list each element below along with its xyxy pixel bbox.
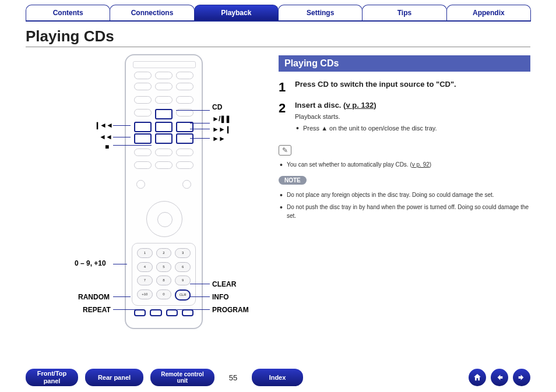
label-random: RANDOM xyxy=(78,293,110,301)
nav-home-button[interactable] xyxy=(469,369,486,386)
step-2-bullet: Press ▲ on the unit to open/close the di… xyxy=(295,123,530,133)
remote-keypad: 123 456 789 +100CLR xyxy=(132,243,196,306)
section-subheading: Playing CDs xyxy=(279,55,530,72)
remote-outline: 123 456 789 +100CLR xyxy=(125,54,203,329)
nav-prev-button[interactable] xyxy=(491,369,508,386)
link-p92[interactable]: v p. 92 xyxy=(412,161,430,168)
step-1: 1 Press CD to switch the input source to… xyxy=(279,80,530,95)
tab-playback[interactable]: Playback xyxy=(194,5,279,22)
note-label: NOTE xyxy=(279,176,307,185)
note-item-2: Do not push the disc tray in by hand whe… xyxy=(279,203,530,220)
auto-play-note: You can set whether to automatically pla… xyxy=(279,160,530,169)
step-2-number: 2 xyxy=(279,101,295,133)
remote-illustration-panel: 123 456 789 +100CLR CD ►/❚❚ ►►❙ ►► ❙◄◄ ◄… xyxy=(26,52,265,343)
step-1-text: Press CD to switch the input source to "… xyxy=(295,80,530,89)
tab-appendix[interactable]: Appendix xyxy=(446,5,531,22)
remote-repeat-button xyxy=(150,309,161,316)
label-play-pause: ►/❚❚ xyxy=(212,115,230,123)
remote-prev-button xyxy=(134,122,152,132)
home-icon xyxy=(473,373,482,382)
remote-cd-button xyxy=(155,109,173,119)
label-cd: CD xyxy=(212,103,222,111)
arrow-left-icon xyxy=(495,373,504,382)
arrow-right-icon xyxy=(517,373,526,382)
footer-remote-control-unit-button[interactable]: Remote control unit xyxy=(150,369,214,386)
label-clear: CLEAR xyxy=(212,280,236,288)
top-tab-bar: Contents Connections Playback Settings T… xyxy=(0,0,556,24)
step-1-number: 1 xyxy=(279,80,295,95)
remote-program-button xyxy=(166,309,178,316)
tab-settings[interactable]: Settings xyxy=(278,5,363,22)
footer-front-top-panel-button[interactable]: Front/Top panel xyxy=(26,369,78,386)
label-numpad: 0 – 9, +10 xyxy=(75,259,106,267)
label-stop: ■ xyxy=(105,143,109,151)
note-item-1: Do not place any foreign objects in the … xyxy=(279,190,530,199)
footer-index-button[interactable]: Index xyxy=(252,369,303,386)
remote-nav-wheel xyxy=(146,201,182,237)
page-number: 55 xyxy=(221,373,245,382)
remote-random-button xyxy=(134,309,146,316)
remote-rewind-button xyxy=(134,133,152,144)
remote-bottom-row xyxy=(134,309,193,316)
remote-play-pause-button xyxy=(155,122,173,132)
label-next: ►►❙ xyxy=(212,125,230,133)
nav-next-button[interactable] xyxy=(513,369,530,386)
tip-icon: ✎ xyxy=(279,145,291,156)
remote-info-button xyxy=(182,309,193,316)
label-program: PROGRAM xyxy=(212,306,249,314)
label-info: INFO xyxy=(212,293,229,301)
main-content: 123 456 789 +100CLR CD ►/❚❚ ►►❙ ►► ❙◄◄ ◄… xyxy=(0,52,556,343)
remote-ffwd-button xyxy=(176,133,193,144)
step-2: 2 Insert a disc. (v p. 132) Playback sta… xyxy=(279,101,530,133)
footer-bar: Front/Top panel Rear panel Remote contro… xyxy=(0,369,556,386)
tab-tips[interactable]: Tips xyxy=(362,5,446,22)
remote-stop-button xyxy=(155,133,173,144)
label-rew: ◄◄ xyxy=(99,133,112,141)
footer-rear-panel-button[interactable]: Rear panel xyxy=(85,369,143,386)
link-p132[interactable]: v p. 132 xyxy=(346,101,374,110)
instruction-column: Playing CDs 1 Press CD to switch the inp… xyxy=(265,52,530,343)
title-rule xyxy=(26,47,530,47)
label-ffwd: ►► xyxy=(212,135,225,143)
step-2-text: Insert a disc. (v p. 132) xyxy=(295,101,530,110)
tab-connections[interactable]: Connections xyxy=(110,5,194,22)
page-title: Playing CDs xyxy=(26,27,530,45)
tab-contents[interactable]: Contents xyxy=(26,5,110,22)
label-prev: ❙◄◄ xyxy=(94,121,112,129)
label-repeat: REPEAT xyxy=(83,306,111,314)
step-2-sub: Playback starts. xyxy=(295,113,530,120)
